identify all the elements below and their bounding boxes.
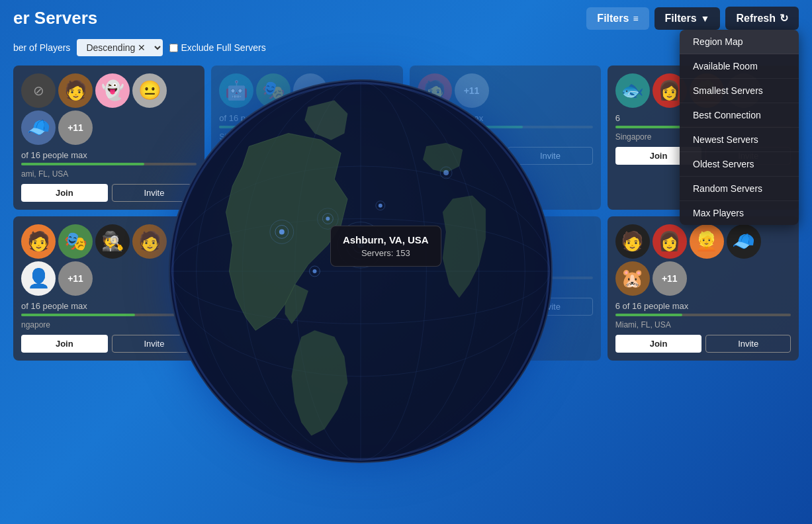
funnel-icon: ▼ [701,13,710,24]
avatar-4-1: 🐟 [615,73,650,108]
dropdown-item-region-map[interactable]: Region Map [680,30,799,54]
header-left: er Servers [13,8,97,28]
avatar-5-2: 🎭 [58,224,93,259]
avatars-row-8: 🧑 👩 👱 🧢 🐹 +11 [615,224,791,296]
avatar-5-5: 👤 [21,261,56,296]
join-button-8[interactable]: Join [615,335,702,353]
sort-label: ber of Players [13,42,70,53]
dropdown-item-available-room-label: Available Room [693,61,758,71]
dropdown-item-region-map-label: Region Map [693,36,743,47]
globe-overlay: Ashburn, VA, USA Servers: 153 [152,40,569,503]
refresh-icon: ↻ [780,12,788,24]
server-card-8: 🧑 👩 👱 🧢 🐹 +11 6 of 16 people max Miami, … [608,216,799,361]
globe-svg [170,81,551,462]
globe-container: Ashburn, VA, USA Servers: 153 [169,79,553,463]
dropdown-item-best-connection-label: Best Connection [693,110,761,120]
dropdown-item-newest-servers-label: Newest Servers [693,134,758,145]
avatar-5-3: 🕵️ [95,224,130,259]
avatar-plus-8: +11 [653,261,687,296]
dropdown-item-max-players[interactable]: Max Players [680,201,799,225]
avatar-8-3: 👱 [690,224,724,259]
avatar-plus-5: +11 [58,261,93,296]
dropdown-item-random-servers[interactable]: Random Servers [680,177,799,201]
filters-button-1[interactable]: Filters ≡ [586,7,649,30]
progress-fill-1 [21,163,144,165]
globe-background: Ashburn, VA, USA Servers: 153 [169,79,553,463]
dropdown-item-oldest-servers-label: Oldest Servers [693,159,754,169]
filters-dropdown: Region Map Available Room Smallest Serve… [680,30,799,225]
refresh-button[interactable]: Refresh ↻ [725,7,799,30]
dropdown-item-max-players-label: Max Players [693,208,744,218]
avatar-5-1: 🧑 [21,224,56,259]
avatar-plus-1: +11 [58,110,93,145]
progress-bar-8 [615,314,791,316]
avatar-1-5: 🧢 [21,110,56,145]
svg-point-18 [313,269,317,273]
progress-fill-5 [21,314,135,316]
invite-button-8[interactable]: Invite [705,335,791,353]
avatar-8-5: 🐹 [615,261,650,296]
players-text-8: 6 of 16 people max [615,301,791,311]
avatar-8-4: 🧢 [727,224,761,259]
dropdown-item-newest-servers[interactable]: Newest Servers [680,128,799,152]
dropdown-item-available-room[interactable]: Available Room [680,54,799,79]
dropdown-item-smallest-servers-label: Smallest Servers [693,85,763,96]
dropdown-item-oldest-servers[interactable]: Oldest Servers [680,152,799,177]
filters-label-2: Filters [665,13,697,24]
svg-point-15 [326,217,330,221]
svg-point-20 [379,204,383,208]
dropdown-item-smallest-servers[interactable]: Smallest Servers [680,79,799,103]
dropdown-item-best-connection[interactable]: Best Connection [680,103,799,128]
location-8: Miami, FL, USA [615,320,791,329]
avatar-1-3: 👻 [95,73,130,108]
filters-button-2[interactable]: Filters ▼ [654,7,721,30]
join-button-5[interactable]: Join [21,335,108,353]
progress-fill-4 [615,126,682,128]
sort-select[interactable]: Descending ✕ Ascending [77,39,163,56]
svg-point-22 [443,170,449,175]
avatar-1-1: ⊘ [21,73,56,108]
avatar-1-2: 🧑 [58,73,93,108]
svg-point-12 [279,229,285,234]
join-button-1[interactable]: Join [21,184,108,202]
page-title: er Servers [13,8,97,28]
filters-label-1: Filters [597,13,629,24]
svg-point-8 [357,241,364,248]
progress-fill-8 [615,314,682,316]
card-buttons-8: Join Invite [615,335,791,353]
avatar-8-2: 👩 [653,224,687,259]
filter-lines-icon: ≡ [633,13,638,24]
refresh-label: Refresh [736,13,776,24]
dropdown-item-random-servers-label: Random Servers [693,183,762,194]
header-right: Filters ≡ Filters ▼ Refresh ↻ [586,7,799,30]
avatar-8-1: 🧑 [615,224,650,259]
